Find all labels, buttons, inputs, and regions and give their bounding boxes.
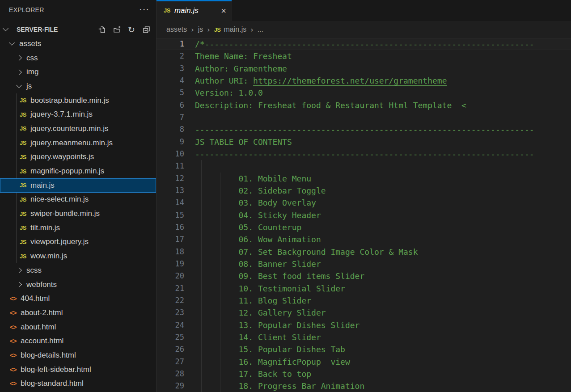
code-line-text[interactable]: 11. Blog Slider <box>195 295 311 307</box>
chevron-down-icon[interactable] <box>16 82 22 88</box>
tree-item-img[interactable]: img <box>0 65 156 79</box>
code-line-text[interactable]: 08. Banner Slider <box>195 258 321 270</box>
more-actions-icon[interactable]: ··· <box>140 8 150 12</box>
code-line[interactable]: 16 05. Counterup <box>156 221 571 233</box>
code-line-text[interactable]: 07. Set Background Image Color & Mask <box>195 246 418 258</box>
code-line-text[interactable]: 14. Client Slider <box>195 331 321 343</box>
line-number: 7 <box>156 111 184 123</box>
code-line[interactable]: 5Version: 1.0.0 <box>156 87 571 99</box>
tree-item-blog-standard.html[interactable]: <>blog-standard.html <box>0 377 156 391</box>
tree-item-blog-left-sidebar.html[interactable]: <>blog-left-sidebar.html <box>0 362 156 377</box>
code-line[interactable]: 10--------------------------------------… <box>156 148 571 160</box>
tree-item-scss[interactable]: scss <box>0 263 156 278</box>
tree-item-about.html[interactable]: <>about.html <box>0 320 156 334</box>
code-line-text[interactable]: 16. MagnificPopup view <box>195 356 350 368</box>
tree-item-css[interactable]: css <box>0 51 156 65</box>
code-line-text[interactable]: 17. Back to top <box>195 368 311 380</box>
code-line[interactable]: 22 11. Blog Slider <box>156 295 571 307</box>
code-line[interactable]: 25 14. Client Slider <box>156 331 571 343</box>
code-line-text[interactable]: JS TABLE OF CONTENTS <box>195 136 292 148</box>
tree-item-viewport.jquery.js[interactable]: JSviewport.jquery.js <box>0 235 156 249</box>
new-file-icon[interactable] <box>97 25 106 34</box>
code-line-text[interactable]: ----------------------------------------… <box>195 123 534 135</box>
tree-item-blog-details.html[interactable]: <>blog-details.html <box>0 348 156 362</box>
code-line-text[interactable]: 06. Wow Animation <box>195 233 321 245</box>
chevron-down-icon[interactable] <box>3 25 8 31</box>
code-line[interactable]: 21 10. Testimonial Slider <box>156 282 571 295</box>
breadcrumb-item-...[interactable]: ... <box>258 25 263 34</box>
code-area[interactable]: 1/*-------------------------------------… <box>156 38 571 392</box>
chevron-down-icon[interactable] <box>9 40 15 46</box>
code-line[interactable]: 1/*-------------------------------------… <box>156 38 571 50</box>
tree-item-webfonts[interactable]: webfonts <box>0 278 156 292</box>
code-line-text[interactable]: Description: Fresheat food & Restaurant … <box>195 99 466 111</box>
breadcrumb-item-assets[interactable]: assets <box>166 25 187 34</box>
chevron-right-icon[interactable] <box>16 69 22 75</box>
code-line-text[interactable]: Theme Name: Fresheat <box>195 50 292 62</box>
tree-item-main.js[interactable]: JSmain.js <box>0 178 156 193</box>
code-line[interactable]: 18 07. Set Background Image Color & Mask <box>156 246 571 258</box>
code-line[interactable]: 14 03. Body Overlay <box>156 197 571 209</box>
code-line-text[interactable]: 05. Counterup <box>195 221 301 233</box>
code-line-text[interactable]: 04. Sticky Header <box>195 209 321 221</box>
code-line-text[interactable]: 03. Body Overlay <box>195 197 316 209</box>
code-line[interactable]: 15 04. Sticky Header <box>156 209 571 221</box>
code-line[interactable]: 20 09. Best food items Slider <box>156 270 571 282</box>
code-line[interactable]: 6Description: Fresheat food & Restaurant… <box>156 99 571 111</box>
code-line[interactable]: 19 08. Banner Slider <box>156 258 571 270</box>
tab-main-js[interactable]: JS main.js × <box>156 0 232 21</box>
code-line[interactable]: 2Theme Name: Fresheat <box>156 50 571 62</box>
code-line[interactable]: 13 02. Sidebar Toggle <box>156 185 571 197</box>
new-folder-icon[interactable] <box>112 25 121 34</box>
chevron-right-icon[interactable] <box>16 282 22 287</box>
tree-item-404.html[interactable]: <>404.html <box>0 291 156 306</box>
code-line[interactable]: 9JS TABLE OF CONTENTS <box>156 136 571 148</box>
code-line[interactable]: 7 <box>156 111 571 123</box>
code-line[interactable]: 17 06. Wow Animation <box>156 233 571 245</box>
code-line[interactable]: 29 18. Progress Bar Animation <box>156 380 571 392</box>
collapse-all-icon[interactable] <box>142 25 151 34</box>
tree-item-wow.min.js[interactable]: JSwow.min.js <box>0 249 156 263</box>
code-line[interactable]: 12 01. Mobile Menu <box>156 173 571 185</box>
code-line-text[interactable]: 12. Gallery Slider <box>195 307 326 319</box>
tree-item-js[interactable]: js <box>0 79 156 93</box>
tree-item-jquery-3.7.1.min.js[interactable]: JSjquery-3.7.1.min.js <box>0 107 156 122</box>
chevron-right-icon[interactable] <box>16 55 22 61</box>
tree-item-tilt.min.js[interactable]: JStilt.min.js <box>0 221 156 235</box>
tree-item-assets[interactable]: assets <box>0 37 156 51</box>
breadcrumb-item-main.js[interactable]: JSmain.js <box>214 25 247 34</box>
tree-item-jquery.meanmenu.min.js[interactable]: JSjquery.meanmenu.min.js <box>0 136 156 150</box>
code-line[interactable]: 8---------------------------------------… <box>156 123 571 135</box>
explorer-section-server-file[interactable]: SERVER-FILE ↻ <box>0 22 156 37</box>
code-line[interactable]: 26 15. Popular Dishes Tab <box>156 343 571 355</box>
chevron-right-icon[interactable] <box>16 267 22 273</box>
close-icon[interactable]: × <box>221 7 226 15</box>
code-line-text[interactable]: 02. Sidebar Toggle <box>195 185 326 197</box>
code-line[interactable]: 23 12. Gallery Slider <box>156 307 571 319</box>
code-line[interactable]: 24 13. Popular Dishes Slider <box>156 319 571 331</box>
comment-link[interactable]: https://themeforest.net/user/gramentheme <box>253 76 447 85</box>
code-line[interactable]: 28 17. Back to top <box>156 368 571 380</box>
tree-item-magnific-popup.min.js[interactable]: JSmagnific-popup.min.js <box>0 164 156 178</box>
tree-item-jquery.counterup.min.js[interactable]: JSjquery.counterup.min.js <box>0 122 156 136</box>
tree-item-swiper-bundle.min.js[interactable]: JSswiper-bundle.min.js <box>0 207 156 221</box>
tree-item-bootstrap.bundle.min.js[interactable]: JSbootstrap.bundle.min.js <box>0 93 156 108</box>
tree-item-nice-select.min.js[interactable]: JSnice-select.min.js <box>0 193 156 207</box>
code-line-text[interactable]: Version: 1.0.0 <box>195 87 263 99</box>
code-line[interactable]: 4Author URI: https://themeforest.net/use… <box>156 75 571 87</box>
code-line[interactable]: 11 <box>156 160 571 172</box>
code-line-text[interactable]: ----------------------------------------… <box>195 148 534 160</box>
refresh-icon[interactable]: ↻ <box>127 25 136 34</box>
code-line[interactable]: 3Author: Gramentheme <box>156 63 571 75</box>
tree-item-about-2.html[interactable]: <>about-2.html <box>0 306 156 320</box>
breadcrumb-item-js[interactable]: js <box>198 25 203 34</box>
code-line-text[interactable]: 15. Popular Dishes Tab <box>195 343 345 355</box>
code-line-text[interactable]: Author URI: https://themeforest.net/user… <box>195 75 447 87</box>
tree-item-account.html[interactable]: <>account.html <box>0 334 156 348</box>
code-line[interactable]: 27 16. MagnificPopup view <box>156 356 571 368</box>
code-line-text[interactable]: 10. Testimonial Slider <box>195 282 345 295</box>
code-line-text[interactable]: /*--------------------------------------… <box>195 38 534 50</box>
tree-item-jquery.waypoints.js[interactable]: JSjquery.waypoints.js <box>0 150 156 164</box>
code-line-text[interactable]: Author: Gramentheme <box>195 63 287 75</box>
code-line-text[interactable]: 01. Mobile Menu <box>195 173 311 185</box>
